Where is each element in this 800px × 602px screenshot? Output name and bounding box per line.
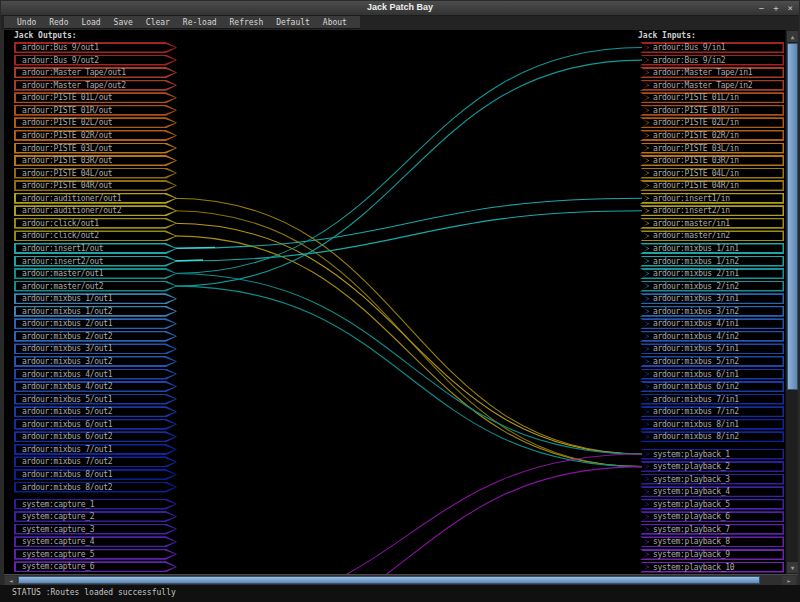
horizontal-scroll-thumb[interactable] [18,576,760,584]
output-port-ardour-piste-02l-out[interactable]: ardour:PISTE 02L/out [14,117,177,128]
input-port-ardour-mixbus-7-in2[interactable]: ardour:mixbus 7/in2 [640,406,784,417]
output-port-system-capture-2[interactable]: system:capture_2 [14,511,177,522]
input-port-ardour-mixbus-2-in2[interactable]: ardour:mixbus 2/in2 [640,281,784,292]
input-port-ardour-insert2-in[interactable]: ardour:insert2/in [640,205,784,216]
input-port-ardour-piste-03l-in[interactable]: ardour:PISTE 03L/in [640,143,784,154]
output-port-ardour-bus-9-out2[interactable]: ardour:Bus 9/out2 [14,55,177,66]
output-port-ardour-mixbus-1-out1[interactable]: ardour:mixbus 1/out1 [14,293,177,304]
input-port-ardour-master-in2[interactable]: ardour:master/in2 [640,230,784,241]
input-port-ardour-piste-02r-in[interactable]: ardour:PISTE 02R/in [640,130,784,141]
output-port-ardour-piste-03r-out[interactable]: ardour:PISTE 03R/out [14,155,177,166]
input-port-ardour-mixbus-4-in1[interactable]: ardour:mixbus 4/in1 [640,318,784,329]
output-port-ardour-piste-02r-out[interactable]: ardour:PISTE 02R/out [14,130,177,141]
input-port-ardour-bus-9-in2[interactable]: ardour:Bus 9/in2 [640,55,784,66]
scroll-left-icon[interactable]: ◄ [5,576,17,585]
input-port-ardour-mixbus-3-in1[interactable]: ardour:mixbus 3/in1 [640,293,784,304]
output-port-system-capture-4[interactable]: system:capture_4 [14,536,177,547]
output-port-ardour-mixbus-4-out2[interactable]: ardour:mixbus 4/out2 [14,381,177,392]
output-port-ardour-piste-03l-out[interactable]: ardour:PISTE 03L/out [14,143,177,154]
input-port-ardour-mixbus-3-in2[interactable]: ardour:mixbus 3/in2 [640,306,784,317]
output-port-ardour-click-out2[interactable]: ardour:click/out2 [14,230,177,241]
output-port-ardour-mixbus-8-out2[interactable]: ardour:mixbus 8/out2 [14,482,177,493]
scroll-up-icon[interactable]: ▲ [787,31,798,42]
output-port-ardour-mixbus-7-out2[interactable]: ardour:mixbus 7/out2 [14,456,177,467]
menu-item-redo[interactable]: Redo [49,18,68,27]
output-port-ardour-insert1-out[interactable]: ardour:insert1/out [14,243,177,254]
wire-ardour-master-out2-to-ardour-bus-9-in2[interactable] [173,60,642,286]
output-port-ardour-mixbus-5-out1[interactable]: ardour:mixbus 5/out1 [14,394,177,405]
input-port-ardour-mixbus-8-in1[interactable]: ardour:mixbus 8/in1 [640,419,784,430]
input-port-ardour-mixbus-2-in1[interactable]: ardour:mixbus 2/in1 [640,268,784,279]
output-port-ardour-auditioner-out1[interactable]: ardour:auditioner/out1 [14,193,177,204]
output-port-ardour-piste-01l-out[interactable]: ardour:PISTE 01L/out [14,92,177,103]
input-port-ardour-piste-01r-in[interactable]: ardour:PISTE 01R/in [640,105,784,116]
scroll-right-icon[interactable]: ► [782,576,796,585]
input-port-ardour-mixbus-5-in2[interactable]: ardour:mixbus 5/in2 [640,356,784,367]
input-port-system-playback-7[interactable]: system:playback_7 [640,524,784,535]
input-port-ardour-piste-04l-in[interactable]: ardour:PISTE 04L/in [640,168,784,179]
output-port-ardour-mixbus-2-out2[interactable]: ardour:mixbus 2/out2 [14,331,177,342]
wire-offscreen-below-to-system-playback-1[interactable] [173,454,642,574]
input-port-ardour-mixbus-5-in1[interactable]: ardour:mixbus 5/in1 [640,343,784,354]
wire-offscreen-below-to-system-playback-2[interactable] [173,467,642,574]
vertical-scrollbar[interactable]: ▲ ▼ [785,30,798,574]
input-port-system-playback-10[interactable]: system:playback_10 [640,562,784,573]
output-port-ardour-mixbus-6-out1[interactable]: ardour:mixbus 6/out1 [14,419,177,430]
output-port-ardour-mixbus-1-out2[interactable]: ardour:mixbus 1/out2 [14,306,177,317]
output-port-ardour-piste-04l-out[interactable]: ardour:PISTE 04L/out [14,168,177,179]
output-port-ardour-master-tape-out1[interactable]: ardour:Master Tape/out1 [14,67,177,78]
menu-item-default[interactable]: Default [276,18,310,27]
output-port-ardour-mixbus-2-out1[interactable]: ardour:mixbus 2/out1 [14,318,177,329]
maximize-button[interactable]: + [773,2,778,14]
output-port-ardour-click-out1[interactable]: ardour:click/out1 [14,218,177,229]
close-button[interactable]: × [788,2,793,14]
input-port-ardour-master-tape-in1[interactable]: ardour:Master Tape/in1 [640,67,784,78]
output-port-ardour-mixbus-4-out1[interactable]: ardour:mixbus 4/out1 [14,369,177,380]
input-port-system-playback-9[interactable]: system:playback_9 [640,549,784,560]
vertical-scroll-thumb[interactable] [787,43,798,390]
input-port-ardour-piste-03r-in[interactable]: ardour:PISTE 03R/in [640,155,784,166]
output-port-ardour-insert2-out[interactable]: ardour:insert2/out [14,256,177,267]
input-port-ardour-mixbus-4-in2[interactable]: ardour:mixbus 4/in2 [640,331,784,342]
output-port-system-capture-1[interactable]: system:capture_1 [14,499,177,510]
menu-item-clear[interactable]: Clear [146,18,170,27]
output-port-ardour-mixbus-7-out1[interactable]: ardour:mixbus 7/out1 [14,444,177,455]
output-port-ardour-mixbus-6-out2[interactable]: ardour:mixbus 6/out2 [14,431,177,442]
input-port-ardour-piste-02l-in[interactable]: ardour:PISTE 02L/in [640,117,784,128]
wire-ardour-master-out1-to-ardour-bus-9-in1[interactable] [173,48,642,274]
input-port-ardour-mixbus-1-in2[interactable]: ardour:mixbus 1/in2 [640,256,784,267]
wire-ardour-master-out2-to-system-playback-2[interactable] [173,286,642,467]
output-port-ardour-master-tape-out2[interactable]: ardour:Master Tape/out2 [14,80,177,91]
output-port-ardour-master-out1[interactable]: ardour:master/out1 [14,268,177,279]
output-port-system-capture-6[interactable]: system:capture_6 [14,561,177,572]
input-port-ardour-piste-04r-in[interactable]: ardour:PISTE 04R/in [640,180,784,191]
wire-ardour-master-out1-to-system-playback-1[interactable] [173,274,642,455]
input-port-ardour-mixbus-6-in1[interactable]: ardour:mixbus 6/in1 [640,369,784,380]
input-port-ardour-bus-9-in1[interactable]: ardour:Bus 9/in1 [640,42,784,53]
scroll-down-icon[interactable]: ▼ [787,562,798,573]
input-port-ardour-mixbus-7-in1[interactable]: ardour:mixbus 7/in1 [640,394,784,405]
input-port-system-playback-4[interactable]: system:playback_4 [640,486,784,497]
wire-ardour-auditioner-out1-to-system-playback-1[interactable] [173,198,642,454]
minimize-button[interactable]: − [759,2,764,14]
input-port-ardour-piste-01l-in[interactable]: ardour:PISTE 01L/in [640,92,784,103]
input-port-system-playback-6[interactable]: system:playback_6 [640,511,784,522]
patchbay-canvas[interactable]: Jack Outputs: Jack Inputs: ardour:Bus 9/… [4,30,785,574]
wire-ardour-insert1-out-to-ardour-insert1-in[interactable] [173,198,642,248]
input-port-ardour-master-tape-in2[interactable]: ardour:Master Tape/in2 [640,80,784,91]
menu-item-save[interactable]: Save [114,18,133,27]
menu-item-re-load[interactable]: Re-load [183,18,217,27]
wire-ardour-insert2-out-to-ardour-insert2-in[interactable] [173,211,642,261]
input-port-system-playback-1[interactable]: system:playback_1 [640,449,784,460]
input-port-system-playback-2[interactable]: system:playback_2 [640,461,784,472]
wire-ardour-click-out1-to-system-playback-1[interactable] [173,223,642,454]
output-port-system-capture-5[interactable]: system:capture_5 [14,549,177,560]
menu-item-load[interactable]: Load [81,18,100,27]
output-port-ardour-mixbus-5-out2[interactable]: ardour:mixbus 5/out2 [14,406,177,417]
input-port-ardour-mixbus-6-in2[interactable]: ardour:mixbus 6/in2 [640,381,784,392]
input-port-ardour-mixbus-8-in2[interactable]: ardour:mixbus 8/in2 [640,431,784,442]
title-bar[interactable]: Jack Patch Bay − + × [1,1,799,16]
output-port-ardour-mixbus-8-out1[interactable]: ardour:mixbus 8/out1 [14,469,177,480]
output-port-system-capture-3[interactable]: system:capture_3 [14,524,177,535]
input-port-ardour-master-in1[interactable]: ardour:master/in1 [640,218,784,229]
